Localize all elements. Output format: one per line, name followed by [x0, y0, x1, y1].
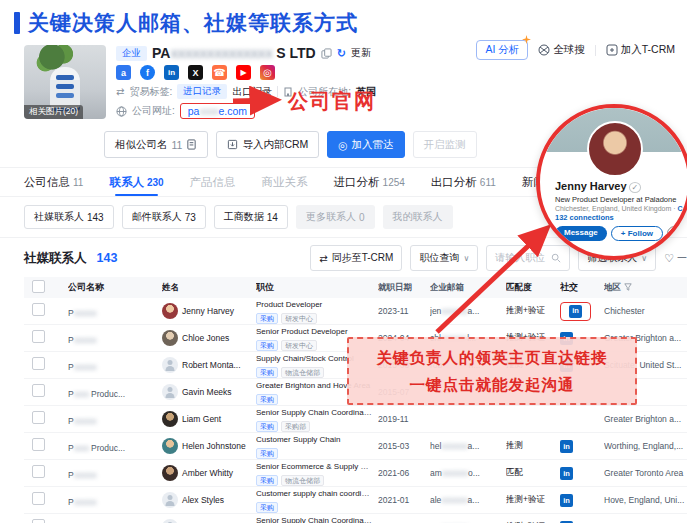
ai-analysis-button[interactable]: AI 分析	[476, 40, 528, 60]
tab-count: 1254	[383, 177, 405, 188]
join-radar-button[interactable]: ◎ 加入雷达	[327, 131, 404, 158]
chip-工商数据[interactable]: 工商数据14	[214, 205, 288, 229]
job-query-select[interactable]: 职位查询 ∨	[410, 245, 478, 271]
match-level: 推测+验证	[506, 487, 560, 514]
contact-name[interactable]: Gavin Meeks	[182, 387, 232, 397]
chip-count: 0	[359, 212, 365, 223]
contact-name[interactable]: Liam Gent	[182, 414, 221, 424]
select-all-checkbox[interactable]	[32, 280, 45, 293]
position: Senior Supply Chain Coordinator	[256, 408, 372, 418]
tab-产品信息[interactable]: 产品信息	[190, 168, 236, 196]
tab-商业关系[interactable]: 商业关系	[262, 168, 308, 196]
global-search-button[interactable]: 全球搜	[538, 43, 585, 57]
contact-name[interactable]: Amber Whitty	[182, 468, 233, 478]
region: Greater Toronto Area	[604, 460, 687, 487]
linkedin-callout-box: 关键负责人的领英主页直达链接 一键点击就能发起沟通	[347, 337, 637, 405]
row-checkbox[interactable]	[32, 330, 45, 343]
enable-monitor-button[interactable]: 开启监测	[413, 131, 477, 158]
row-checkbox[interactable]	[32, 384, 45, 397]
contact-avatar	[162, 384, 178, 400]
export-records-link[interactable]: 出口记录	[232, 85, 272, 99]
linkedin-icon[interactable]: in	[560, 494, 573, 507]
phone-icon[interactable]: ☎	[212, 65, 227, 80]
linkedin-icon[interactable]: in	[560, 467, 573, 480]
role-tag: 采购	[256, 502, 278, 513]
instagram-icon[interactable]: ◎	[260, 65, 275, 80]
column-header: 职位	[256, 277, 378, 298]
radar-icon: ◎	[338, 139, 347, 151]
contact-name[interactable]: Helen Johnstone	[182, 441, 246, 451]
refresh-icon[interactable]: ↻	[337, 47, 346, 60]
tab-出口分析[interactable]: 出口分析611	[431, 168, 496, 196]
tab-count: 611	[480, 177, 496, 188]
x-icon[interactable]: X	[188, 65, 203, 80]
table-header-row: 公司名称姓名职位就职日期企业邮箱匹配度社交地区补充邮箱 1	[24, 277, 687, 298]
filter-funnel-icon[interactable]	[624, 283, 632, 291]
row-checkbox[interactable]	[32, 492, 45, 505]
table-body: PxxxxxxJenny HarveyProduct Developer采购研发…	[24, 298, 687, 523]
match-level	[506, 406, 560, 433]
youtube-icon[interactable]: ▶	[236, 65, 251, 80]
chip-邮件联系人[interactable]: 邮件联系人73	[122, 205, 206, 229]
row-checkbox[interactable]	[32, 357, 45, 370]
company-name-cell: Pxxxxxx	[68, 470, 96, 480]
import-records-tag[interactable]: 进口记录	[177, 84, 227, 99]
social-cell: in	[560, 514, 604, 523]
company-email: racxxxxxxxa...	[430, 514, 506, 523]
document-icon	[186, 139, 197, 150]
similar-companies-button[interactable]: 相似公司名 11	[104, 131, 208, 158]
contact-info-link[interactable]: Contact info	[678, 205, 687, 212]
tab-进口分析[interactable]: 进口分析1254	[334, 168, 405, 196]
region: Worthing, England,...	[604, 514, 687, 523]
company-name: PAxxxxxxxxxxxxxx S LTD	[152, 45, 316, 61]
role-tag: 采购	[256, 340, 278, 351]
company-image[interactable]: 相关图片(20)	[24, 45, 106, 119]
contact-name[interactable]: Robert Monta...	[182, 360, 241, 370]
sync-icon: ⇄	[319, 253, 327, 264]
chip-label: 社媒联系人	[34, 210, 84, 224]
tcrm-icon	[606, 44, 618, 56]
company-website-link[interactable]: paxxxxe.com	[180, 103, 255, 119]
job-input-placeholder: 请输入职位	[495, 251, 545, 265]
contact-avatar	[162, 492, 178, 508]
sync-tcrm-button[interactable]: ⇄ 同步至T-CRM	[310, 245, 402, 271]
position: Customer supply chain coordinator	[256, 489, 372, 499]
column-header: 姓名	[162, 277, 256, 298]
social-cell: in	[560, 460, 604, 487]
linkedin-location: Chichester, England, United Kingdom · Co…	[555, 205, 687, 212]
join-tcrm-button[interactable]: 加入T-CRM	[606, 43, 675, 57]
message-button[interactable]: Message	[555, 226, 607, 241]
amazon-icon[interactable]: a	[116, 65, 131, 80]
import-crm-button[interactable]: 导入内部CRM	[216, 131, 319, 158]
website-annotation-text: 公司官网	[288, 88, 376, 115]
linkedin-icon[interactable]: in	[569, 305, 582, 318]
chip-更多联系人[interactable]: 更多联系人0	[296, 205, 375, 229]
tab-公司信息[interactable]: 公司信息11	[24, 168, 83, 196]
job-search-input[interactable]: 请输入职位	[486, 245, 570, 271]
row-checkbox[interactable]	[32, 519, 45, 523]
tab-count: 11	[73, 177, 83, 188]
follow-button[interactable]: + Follow	[611, 226, 663, 241]
favorite-button[interactable]: ♡ 一	[664, 251, 687, 265]
company-email	[430, 406, 506, 433]
contact-name[interactable]: Jenny Harvey	[182, 306, 234, 316]
chip-我的联系人[interactable]: 我的联系人	[383, 205, 453, 229]
section-count: 143	[97, 251, 118, 265]
tab-联系人[interactable]: 联系人230	[109, 168, 163, 196]
row-checkbox[interactable]	[32, 438, 45, 451]
linkedin-profile-annotation: Jenny Harvey✓ New Product Developer at P…	[536, 104, 687, 260]
linkedin-icon[interactable]: in	[164, 65, 179, 80]
chip-社媒联系人[interactable]: 社媒联系人143	[24, 205, 114, 229]
chevron-down-icon: ∨	[463, 254, 469, 263]
facebook-icon[interactable]: f	[140, 65, 155, 80]
row-checkbox[interactable]	[32, 303, 45, 316]
start-date: 2021-06	[378, 460, 430, 487]
contact-name[interactable]: Alex Styles	[182, 495, 224, 505]
chip-count: 14	[267, 212, 278, 223]
linkedin-icon[interactable]: in	[560, 440, 573, 453]
row-checkbox[interactable]	[32, 465, 45, 478]
update-label[interactable]: 更新	[351, 46, 371, 60]
contact-name[interactable]: Chloe Jones	[182, 333, 229, 343]
row-checkbox[interactable]	[32, 411, 45, 424]
copy-icon[interactable]	[321, 48, 332, 59]
